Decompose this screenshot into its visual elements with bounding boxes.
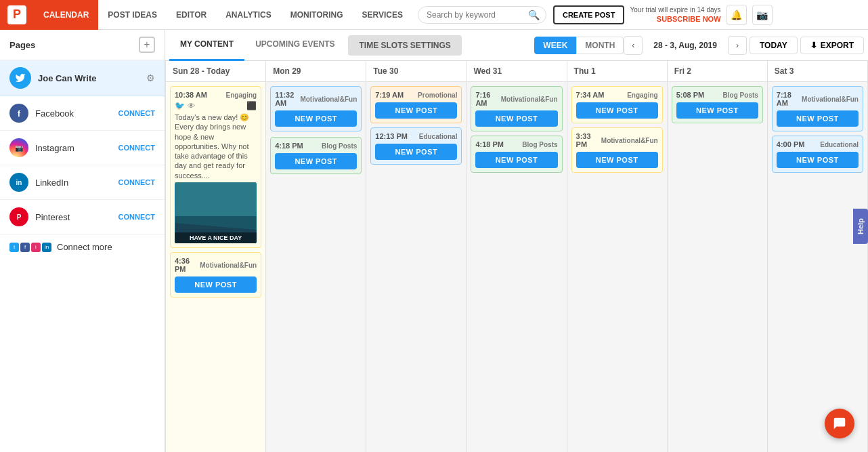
pinterest-label: Pinterest <box>35 212 118 222</box>
avatar <box>9 67 31 89</box>
linkedin-connect[interactable]: CONNECT <box>118 178 155 186</box>
tab-upcoming-events[interactable]: UPCOMING EVENTS <box>244 30 345 61</box>
logo[interactable]: P <box>0 0 34 30</box>
tab-time-slots[interactable]: TIME SLOTS SETTINGS <box>348 35 461 56</box>
new-post-button-wed[interactable]: NEW POST <box>475 110 557 127</box>
event-image-caption: HAVE A NICE DAY <box>175 232 257 243</box>
event-type-mon: Motivational&Fun <box>300 96 357 103</box>
new-post-button-sat[interactable]: NEW POST <box>777 110 859 127</box>
nav-post-ideas[interactable]: POST IDEAS <box>98 0 167 30</box>
eye-icon: 👁 <box>188 102 195 110</box>
notification-icon[interactable]: 🔔 <box>726 5 747 25</box>
nav-editor[interactable]: EDITOR <box>167 0 216 30</box>
prev-arrow-button[interactable]: ‹ <box>624 36 643 55</box>
logo-icon: P <box>7 5 26 24</box>
subscribe-label[interactable]: SUBSCRIBE NOW <box>630 14 720 24</box>
main-layout: Pages + Joe Can Write ⚙ f Facebook CONNE… <box>0 30 868 452</box>
top-nav: P CALENDAR POST IDEAS EDITOR ANALYTICS M… <box>0 0 868 30</box>
export-button[interactable]: ⬇ EXPORT <box>800 37 864 54</box>
sidebar-item-facebook[interactable]: f Facebook CONNECT <box>0 96 165 131</box>
event-card-tue-1: 7:19 AM Promotional NEW POST <box>370 86 462 123</box>
new-post-button-mon-2[interactable]: NEW POST <box>275 153 357 169</box>
event-type-thu: Engaging <box>627 91 658 99</box>
pinterest-connect[interactable]: CONNECT <box>118 213 155 221</box>
new-post-button-thu[interactable]: NEW POST <box>576 102 658 119</box>
month-view-button[interactable]: MONTH <box>576 37 624 54</box>
linkedin-icon: in <box>9 173 28 192</box>
new-post-button-thu-2[interactable]: NEW POST <box>576 152 658 168</box>
export-label: EXPORT <box>821 41 854 50</box>
search-container: 🔍 <box>418 6 546 24</box>
event-card-thu-2: 3:33 PM Motivational&Fun NEW POST <box>571 127 663 173</box>
day-column-wed: 7:16 AM Motivational&Fun NEW POST 4:18 P… <box>466 82 567 452</box>
today-button[interactable]: TODAY <box>750 37 798 54</box>
event-time-wed-2: 4:18 PM <box>475 140 504 148</box>
new-post-button-mon[interactable]: NEW POST <box>275 110 357 127</box>
nav-arrows: ‹ 28 - 3, Aug, 2019 › <box>624 36 747 55</box>
twitter-platform-icon: 🐦 <box>175 101 185 110</box>
event-time-sat: 7:18 AM <box>777 91 802 107</box>
event-card-tue-2: 12:13 PM Educational NEW POST <box>370 127 462 165</box>
sidebar-item-pinterest[interactable]: P Pinterest CONNECT <box>0 200 165 234</box>
trial-notice: Your trial will expire in 14 days SUBSCR… <box>630 5 720 24</box>
sidebar-item-instagram[interactable]: 📷 Instagram CONNECT <box>0 131 165 165</box>
calendar-area: MY CONTENT UPCOMING EVENTS TIME SLOTS SE… <box>165 30 868 452</box>
day-header-tue: Tue 30 <box>366 61 466 81</box>
new-post-button-sat-2[interactable]: NEW POST <box>777 152 859 168</box>
event-card-mon-1: 11:32 AM Motivational&Fun NEW POST <box>270 86 362 131</box>
options-icon[interactable]: ⬛ <box>246 101 257 110</box>
day-header-wed: Wed 31 <box>466 61 567 81</box>
event-card-thu-1: 7:34 AM Engaging NEW POST <box>571 86 663 123</box>
event-type-tue: Promotional <box>418 91 457 99</box>
facebook-label: Facebook <box>35 108 118 119</box>
event-time-tue-2: 12:13 PM <box>375 132 408 140</box>
event-time-tue: 7:19 AM <box>375 91 404 99</box>
week-view-button[interactable]: WEEK <box>534 37 576 54</box>
nav-monitoring[interactable]: MONITORING <box>281 0 353 30</box>
facebook-connect[interactable]: CONNECT <box>118 109 155 117</box>
help-button[interactable]: Help <box>853 209 868 244</box>
sidebar-item-linkedin[interactable]: in LinkedIn CONNECT <box>0 165 165 200</box>
view-toggle: WEEK MONTH <box>534 37 624 54</box>
add-page-button[interactable]: + <box>139 37 155 53</box>
connect-more[interactable]: t f i in Connect more <box>0 234 165 260</box>
search-input[interactable] <box>418 6 546 24</box>
instagram-connect[interactable]: CONNECT <box>118 144 155 152</box>
event-time-2: 4:36 PM <box>175 257 200 273</box>
nav-services[interactable]: SERVICES <box>353 0 412 30</box>
twitter-small-icon: t <box>9 243 19 252</box>
event-type-sat: Motivational&Fun <box>802 96 859 103</box>
calendar-grid: Sun 28 - Today Mon 29 Tue 30 Wed 31 Thu … <box>165 61 868 452</box>
day-header-sun: Sun 28 - Today <box>165 61 266 81</box>
settings-icon[interactable]: ⚙ <box>146 73 155 83</box>
event-card-mon-2: 4:18 PM Blog Posts NEW POST <box>270 137 362 174</box>
new-post-button-wed-2[interactable]: NEW POST <box>475 152 557 168</box>
new-post-button-fri[interactable]: NEW POST <box>676 102 758 119</box>
day-header-fri: Fri 2 <box>668 61 768 81</box>
facebook-small-icon: f <box>20 243 30 252</box>
camera-icon[interactable]: 📷 <box>752 5 773 25</box>
nav-analytics[interactable]: ANALYTICS <box>216 0 281 30</box>
pinterest-icon: P <box>9 207 28 226</box>
event-time-mon-2: 4:18 PM <box>275 142 303 150</box>
new-post-button-tue-2[interactable]: NEW POST <box>375 144 457 160</box>
nav-calendar[interactable]: CALENDAR <box>34 0 98 30</box>
sidebar-account[interactable]: Joe Can Write ⚙ <box>0 60 165 96</box>
new-post-button[interactable]: NEW POST <box>175 276 257 293</box>
chat-button[interactable] <box>825 409 854 438</box>
event-card-2: 4:36 PM Motivational&Fun NEW POST <box>170 252 261 297</box>
connect-more-icon-group: t f i in <box>9 243 51 252</box>
event-type-sat-2: Educational <box>820 141 859 148</box>
next-arrow-button[interactable]: › <box>728 36 747 55</box>
new-post-button-tue[interactable]: NEW POST <box>375 102 457 119</box>
event-card-sat-1: 7:18 AM Motivational&Fun NEW POST <box>772 86 863 131</box>
create-post-button[interactable]: CREATE POST <box>553 5 624 24</box>
event-time-fri: 5:08 PM <box>676 91 705 99</box>
tabs-bar: MY CONTENT UPCOMING EVENTS TIME SLOTS SE… <box>165 30 868 61</box>
date-range: 28 - 3, Aug, 2019 <box>645 41 725 50</box>
tab-my-content[interactable]: MY CONTENT <box>169 30 244 61</box>
linkedin-label: LinkedIn <box>35 178 118 188</box>
day-column-thu: 7:34 AM Engaging NEW POST 3:33 PM Motiva… <box>567 82 668 452</box>
day-column-fri: 5:08 PM Blog Posts NEW POST <box>668 82 768 452</box>
instagram-label: Instagram <box>35 143 118 153</box>
